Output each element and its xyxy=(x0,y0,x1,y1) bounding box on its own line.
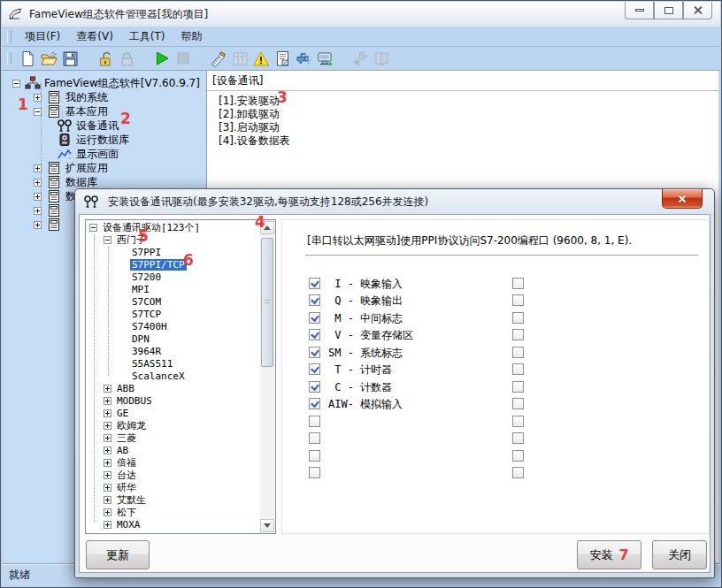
expand-icon[interactable] xyxy=(34,164,42,172)
expand-icon[interactable] xyxy=(104,521,111,529)
register-checkbox[interactable] xyxy=(309,432,320,444)
expand-icon[interactable] xyxy=(34,179,42,187)
collapse-icon[interactable] xyxy=(34,108,42,116)
register-checkbox[interactable] xyxy=(309,363,320,375)
network-icon[interactable] xyxy=(314,49,335,68)
register-checkbox[interactable] xyxy=(309,450,320,462)
register-checkbox-extra[interactable] xyxy=(512,312,524,324)
register-checkbox-extra[interactable] xyxy=(512,363,524,375)
register-checkbox-extra[interactable] xyxy=(512,450,524,462)
driver-tree-item[interactable]: ScalanceX xyxy=(88,370,259,382)
driver-tree-item[interactable]: 设备通讯驱动[123个] xyxy=(88,221,259,233)
register-checkbox[interactable] xyxy=(309,278,320,289)
register-checkbox[interactable] xyxy=(309,294,320,306)
project-tree-item[interactable]: 我的系统 xyxy=(4,90,206,104)
expand-icon[interactable] xyxy=(104,434,111,442)
register-checkbox-extra[interactable] xyxy=(512,347,524,358)
expand-icon[interactable] xyxy=(104,385,111,393)
driver-tree-item[interactable]: 研华 xyxy=(88,481,259,493)
menu-item-4[interactable]: 帮助 xyxy=(173,27,211,46)
collapse-icon[interactable] xyxy=(89,224,97,232)
menu-item-3[interactable]: 工具(T) xyxy=(121,27,173,46)
register-checkbox[interactable] xyxy=(309,398,320,409)
expand-icon[interactable] xyxy=(34,207,42,215)
project-tree-item[interactable]: 扩展应用 xyxy=(4,161,206,175)
driver-tree-item[interactable]: AB xyxy=(88,444,259,456)
unlock-icon[interactable] xyxy=(95,49,116,68)
driver-tree-item[interactable]: S7PPI/TCP xyxy=(88,258,259,271)
alarm-icon[interactable] xyxy=(250,49,272,68)
register-checkbox[interactable] xyxy=(309,467,320,478)
expand-icon[interactable] xyxy=(104,484,111,492)
register-checkbox[interactable] xyxy=(309,329,320,340)
project-tree-item[interactable]: 运行数据库 xyxy=(4,133,206,147)
minimize-button[interactable] xyxy=(625,2,654,19)
update-button[interactable]: 更新 xyxy=(86,540,150,569)
register-checkbox[interactable] xyxy=(309,381,320,393)
register-checkbox-extra[interactable] xyxy=(512,381,524,393)
register-checkbox-extra[interactable] xyxy=(512,398,524,409)
panel-item-2[interactable]: [2].卸载驱动 xyxy=(207,108,718,121)
expand-icon[interactable] xyxy=(104,471,111,479)
expand-icon[interactable] xyxy=(34,221,42,229)
design-icon[interactable] xyxy=(208,49,229,68)
dialog-close-action-button[interactable]: 关闭 xyxy=(652,540,707,569)
register-checkbox[interactable] xyxy=(309,312,320,324)
project-tree-item[interactable]: 数据库 xyxy=(4,175,206,189)
panel-item-3[interactable]: [3].启动驱动 xyxy=(207,121,718,134)
project-tree-item[interactable]: 基本应用 xyxy=(4,104,206,118)
new-icon[interactable] xyxy=(17,49,38,68)
register-checkbox-extra[interactable] xyxy=(512,294,524,306)
expand-icon[interactable] xyxy=(104,447,111,454)
menu-item-1[interactable]: 项目(F) xyxy=(17,27,68,46)
driver-tree-item[interactable]: 欧姆龙 xyxy=(88,419,259,431)
driver-tree-item[interactable]: S7400H xyxy=(88,320,259,332)
install-button[interactable]: 安装 7 xyxy=(577,540,641,569)
expand-icon[interactable] xyxy=(104,459,111,467)
register-checkbox-extra[interactable] xyxy=(512,329,524,340)
driver-tree-item[interactable]: 松下 xyxy=(88,506,259,518)
driver-tree-scrollbar[interactable] xyxy=(260,221,274,532)
maximize-button[interactable] xyxy=(654,2,683,19)
driver-tree-item[interactable]: S5AS511 xyxy=(88,357,259,370)
expand-icon[interactable] xyxy=(34,193,42,201)
expand-icon[interactable] xyxy=(104,496,111,504)
scroll-down-button[interactable] xyxy=(260,519,274,532)
register-checkbox-extra[interactable] xyxy=(512,467,524,478)
register-checkbox[interactable] xyxy=(309,347,320,358)
driver-tree-item[interactable]: S7PPI xyxy=(88,246,259,258)
scrollbar-thumb[interactable] xyxy=(261,238,273,367)
expand-icon[interactable] xyxy=(104,508,111,516)
save-icon[interactable] xyxy=(59,49,81,68)
menu-item-2[interactable]: 查看(V) xyxy=(68,27,121,46)
driver-tree-item[interactable]: 3964R xyxy=(88,345,259,357)
driver-tree-item[interactable]: S7TCP xyxy=(88,308,259,320)
driver-tree-item[interactable]: DPN xyxy=(88,332,259,345)
project-tree-item[interactable]: FameView组态软件[V7.60.9.7] xyxy=(4,76,206,90)
expand-icon[interactable] xyxy=(104,397,111,405)
panel-item-4[interactable]: [4].设备数据表 xyxy=(207,134,718,148)
dialog-close-button[interactable] xyxy=(662,189,703,209)
driver-tree-item[interactable]: 三菱 xyxy=(88,431,259,444)
register-checkbox-extra[interactable] xyxy=(512,416,524,427)
project-tree-item[interactable]: 设备通讯 xyxy=(4,118,206,133)
collapse-icon[interactable] xyxy=(12,80,20,88)
expand-icon[interactable] xyxy=(104,409,111,417)
expand-icon[interactable] xyxy=(104,422,111,430)
driver-tree-item[interactable]: MODBUS xyxy=(88,394,259,407)
collapse-icon[interactable] xyxy=(104,236,111,244)
driver-tree-item[interactable]: GE xyxy=(88,407,259,419)
driver-tree-item[interactable]: MPI xyxy=(88,283,259,295)
driver-tree-item[interactable]: ABB xyxy=(88,382,259,394)
open-icon[interactable] xyxy=(38,49,59,68)
register-checkbox-extra[interactable] xyxy=(512,432,524,444)
project-tree-item[interactable]: 显示画面 xyxy=(4,147,206,161)
close-button[interactable] xyxy=(683,2,712,19)
driver-tree-item[interactable]: S7200 xyxy=(88,271,259,283)
driver-tree-item[interactable]: 艾默生 xyxy=(88,493,259,506)
register-checkbox[interactable] xyxy=(309,416,320,427)
driver-tree-item[interactable]: 台达 xyxy=(88,469,259,481)
driver-tree-item[interactable]: S7COM xyxy=(88,295,259,308)
driver-tree-item[interactable]: 西门子 xyxy=(88,233,259,246)
report-icon[interactable] xyxy=(272,49,293,68)
